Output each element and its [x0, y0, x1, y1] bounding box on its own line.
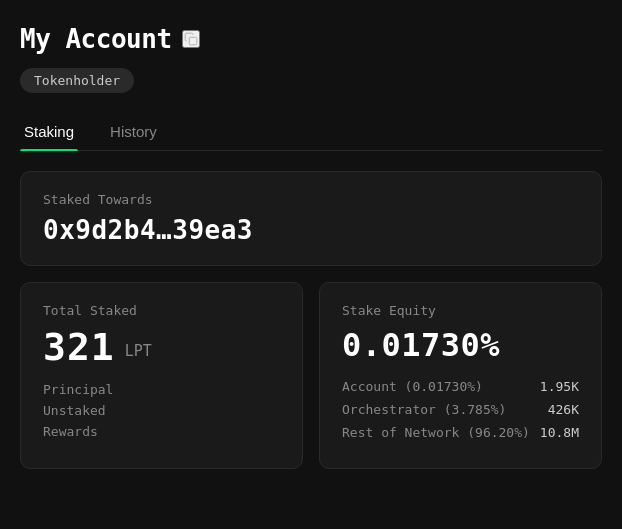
orchestrator-equity-value: 426K [548, 402, 579, 417]
total-staked-row: 321 LPT [43, 328, 280, 366]
header-row: My Account [20, 24, 602, 54]
page-title: My Account [20, 24, 172, 54]
rewards-label: Rewards [43, 424, 280, 439]
principal-label: Principal [43, 382, 280, 397]
total-staked-value: 321 [43, 328, 115, 366]
tokenholder-badge: Tokenholder [20, 68, 134, 93]
tab-staking[interactable]: Staking [20, 113, 78, 150]
tabs-row: Staking History [20, 113, 602, 151]
stake-equity-value: 0.01730% [342, 328, 579, 363]
stake-equity-label: Stake Equity [342, 303, 579, 318]
copy-button[interactable] [182, 30, 200, 48]
total-staked-label: Total Staked [43, 303, 280, 318]
account-equity-value: 1.95K [540, 379, 579, 394]
equity-row-account: Account (0.01730%) 1.95K [342, 379, 579, 394]
account-equity-label: Account (0.01730%) [342, 379, 483, 394]
stake-equity-card: Stake Equity 0.01730% Account (0.01730%)… [319, 282, 602, 469]
equity-row-rest: Rest of Network (96.20%) 10.8M [342, 425, 579, 440]
svg-rect-0 [189, 37, 197, 45]
staked-towards-card: Staked Towards 0x9d2b4…39ea3 [20, 171, 602, 266]
equity-row-orchestrator: Orchestrator (3.785%) 426K [342, 402, 579, 417]
orchestrator-equity-label: Orchestrator (3.785%) [342, 402, 506, 417]
staking-details: Principal Unstaked Rewards [43, 382, 280, 439]
tab-history[interactable]: History [106, 113, 161, 150]
bottom-cards: Total Staked 321 LPT Principal Unstaked … [20, 282, 602, 469]
total-staked-card: Total Staked 321 LPT Principal Unstaked … [20, 282, 303, 469]
badge-row: Tokenholder [20, 68, 602, 93]
rest-equity-label: Rest of Network (96.20%) [342, 425, 530, 440]
staked-towards-label: Staked Towards [43, 192, 579, 207]
staked-address: 0x9d2b4…39ea3 [43, 215, 579, 245]
lpt-label: LPT [125, 342, 152, 360]
unstaked-label: Unstaked [43, 403, 280, 418]
rest-equity-value: 10.8M [540, 425, 579, 440]
page-container: My Account Tokenholder Staking History S… [0, 0, 622, 493]
